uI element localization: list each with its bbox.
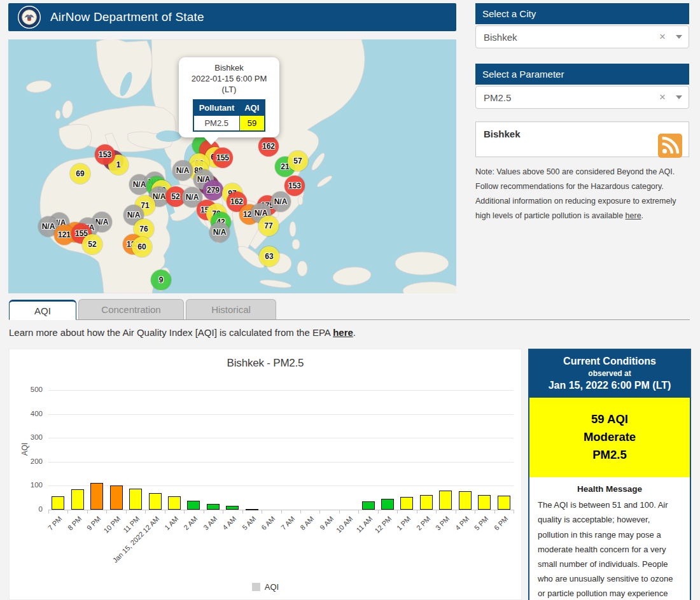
x-tick [514,510,514,513]
popup-datetime: 2022-01-15 6:00 PM [184,74,274,85]
aqi-map-marker[interactable]: 155 [213,148,233,168]
aqi-bar[interactable] [420,495,433,510]
airnow-dos-page: AirNow Department of State [0,0,700,600]
gridline [48,390,514,391]
tab-aqi[interactable]: AQI [9,300,76,320]
x-tick [165,510,165,513]
x-tick [67,510,68,513]
x-tick-label: 8 PM [66,515,83,532]
rss-city-title: Bishkek [484,129,681,139]
parameter-caret-down-icon[interactable] [676,95,682,99]
parameter-select[interactable]: PM2.5 × [475,86,689,109]
x-tick [339,510,340,513]
x-tick-label: 1 AM [163,515,179,531]
map-popup: Bishkek 2022-01-15 6:00 PM (LT) Pollutan… [179,57,279,137]
popup-aqi-value: 59 [239,115,265,131]
aqi-bar[interactable] [246,509,258,510]
aqi-bar[interactable] [71,489,84,510]
current-conditions-title: Current Conditions [533,356,686,367]
aqi-map-marker[interactable]: 60 [132,237,152,257]
aqi-map-marker[interactable]: 153 [284,176,305,196]
x-tick-label: 5 AM [241,515,257,531]
select-city-header: Select a City [475,3,689,24]
aqi-bar[interactable] [226,506,239,510]
aqi-bar[interactable] [381,499,394,510]
aqi-map-marker[interactable]: 9 [151,270,171,290]
aqi-bar[interactable] [90,483,103,510]
x-tick-label: 4 PM [454,515,471,532]
aqi-map-marker[interactable]: N/A [172,160,193,181]
aqi-map-marker[interactable]: 162 [258,136,279,157]
aqi-bar[interactable] [149,493,162,510]
city-clear-icon[interactable]: × [653,31,672,43]
popup-col-pollutant: Pollutant [193,100,240,116]
gridline [48,462,514,463]
x-tick [358,510,359,513]
parameter-select-value: PM2.5 [484,92,653,103]
current-conditions-header: Current Conditions observed at Jan 15, 2… [529,350,690,398]
x-tick-label: 9 AM [318,515,335,531]
aqi-map-marker[interactable]: 52 [82,234,102,255]
tab-concentration[interactable]: Concentration [78,299,184,319]
current-aqi-pollutant: PM2.5 [533,446,686,464]
aqi-map-marker[interactable]: N/A [270,192,291,212]
x-tick [184,510,185,513]
note-here-link[interactable]: here [626,211,641,220]
aqi-bar[interactable] [498,496,510,510]
tab-historical[interactable]: Historical [186,299,276,319]
aqi-bar[interactable] [187,501,200,510]
page-title: AirNow Department of State [50,10,204,24]
x-tick-label: 7 AM [279,515,296,531]
x-tick [475,510,475,513]
x-tick-label: 8 AM [298,515,315,531]
chart-title: Bishkek - PM2.5 [10,357,521,370]
aqi-bar[interactable] [400,497,413,510]
aqi-bar[interactable] [168,496,181,510]
aqi-map-marker[interactable]: 77 [258,216,279,236]
rss-icon[interactable] [658,134,682,158]
popup-timezone: (LT) [184,85,274,95]
select-parameter-header: Select a Parameter [475,64,689,85]
city-select[interactable]: Bishkek × [475,25,689,48]
x-tick [106,510,107,513]
aqi-bar[interactable] [52,496,64,510]
x-tick-label: 1 PM [395,515,412,532]
world-aqi-map[interactable]: 1153691626115566882157153N/AN/AN/A50N/A5… [8,39,456,293]
chart-legend[interactable]: AQI [10,582,521,592]
aqi-bar[interactable] [110,485,123,510]
x-tick-label: 5 PM [473,515,490,532]
x-tick-label: 9 PM [85,515,102,532]
aqi-bar[interactable] [207,504,220,510]
x-tick-label: 10 AM [335,515,354,534]
legend-label: AQI [265,582,279,592]
x-tick-label: 3 AM [202,515,218,531]
rss-feed-box: Bishkek [475,122,689,157]
x-tick-label: 12 PM [374,515,393,534]
x-tick-label: 2 PM [415,515,432,532]
x-tick-label: 6 PM [493,515,510,532]
x-tick-label: 4 AM [221,515,238,531]
aqi-bar[interactable] [362,501,375,510]
epa-here-link[interactable]: here [333,327,353,338]
x-tick [48,510,49,513]
popup-pointer [204,137,218,145]
x-tick [223,510,223,513]
beyond-aqi-note: Note: Values above 500 are considered Be… [475,165,689,224]
aqi-bar[interactable] [459,491,472,510]
aqi-map-marker[interactable]: N/A [209,222,230,242]
aqi-map-marker[interactable]: 69 [70,164,90,184]
current-aqi-value: 59 AQI [533,410,686,428]
aqi-bar[interactable] [478,495,491,510]
aqi-map-marker[interactable]: 153 [95,144,115,165]
aqi-bar[interactable] [129,489,142,510]
aqi-bar[interactable] [439,491,452,510]
parameter-clear-icon[interactable]: × [653,91,672,104]
aqi-map-marker[interactable]: 57 [288,151,308,171]
x-tick [281,510,282,513]
aqi-map-marker[interactable]: 279 [203,180,223,200]
aqi-map-marker[interactable]: 63 [259,246,279,267]
gridline [48,438,514,438]
x-tick-label: 6 AM [260,515,277,531]
y-tick-label: 400 [15,410,43,417]
city-caret-down-icon[interactable] [676,35,682,39]
